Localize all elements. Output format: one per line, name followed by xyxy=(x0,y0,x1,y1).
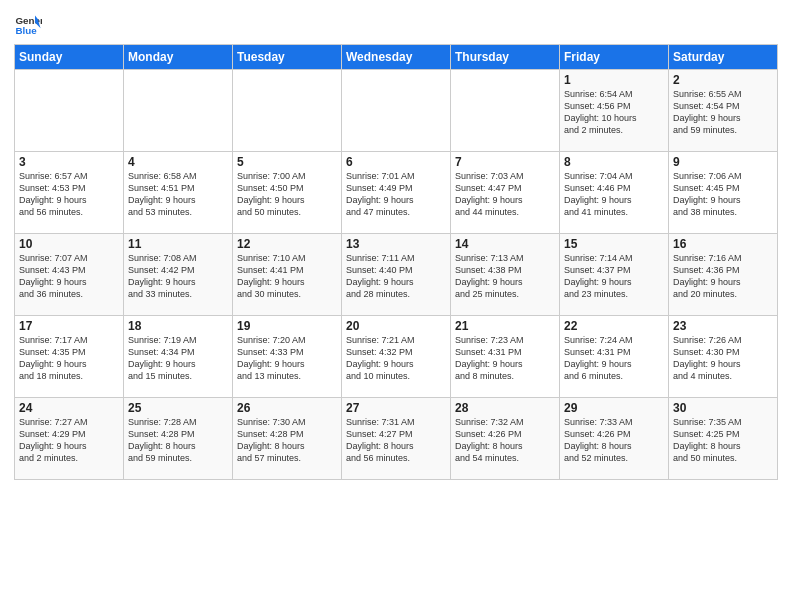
day-cell: 12Sunrise: 7:10 AM Sunset: 4:41 PM Dayli… xyxy=(233,234,342,316)
day-cell xyxy=(15,70,124,152)
day-header-sunday: Sunday xyxy=(15,45,124,70)
day-header-saturday: Saturday xyxy=(669,45,778,70)
calendar-body: 1Sunrise: 6:54 AM Sunset: 4:56 PM Daylig… xyxy=(15,70,778,480)
day-info: Sunrise: 7:33 AM Sunset: 4:26 PM Dayligh… xyxy=(564,416,664,465)
week-row-3: 10Sunrise: 7:07 AM Sunset: 4:43 PM Dayli… xyxy=(15,234,778,316)
day-cell: 28Sunrise: 7:32 AM Sunset: 4:26 PM Dayli… xyxy=(451,398,560,480)
day-cell: 17Sunrise: 7:17 AM Sunset: 4:35 PM Dayli… xyxy=(15,316,124,398)
day-info: Sunrise: 7:08 AM Sunset: 4:42 PM Dayligh… xyxy=(128,252,228,301)
day-info: Sunrise: 7:17 AM Sunset: 4:35 PM Dayligh… xyxy=(19,334,119,383)
day-cell: 21Sunrise: 7:23 AM Sunset: 4:31 PM Dayli… xyxy=(451,316,560,398)
day-cell: 15Sunrise: 7:14 AM Sunset: 4:37 PM Dayli… xyxy=(560,234,669,316)
day-cell xyxy=(124,70,233,152)
day-number: 29 xyxy=(564,401,664,415)
day-info: Sunrise: 7:01 AM Sunset: 4:49 PM Dayligh… xyxy=(346,170,446,219)
day-cell xyxy=(233,70,342,152)
day-info: Sunrise: 6:57 AM Sunset: 4:53 PM Dayligh… xyxy=(19,170,119,219)
day-info: Sunrise: 7:19 AM Sunset: 4:34 PM Dayligh… xyxy=(128,334,228,383)
day-number: 12 xyxy=(237,237,337,251)
day-cell: 19Sunrise: 7:20 AM Sunset: 4:33 PM Dayli… xyxy=(233,316,342,398)
day-info: Sunrise: 7:13 AM Sunset: 4:38 PM Dayligh… xyxy=(455,252,555,301)
day-cell: 10Sunrise: 7:07 AM Sunset: 4:43 PM Dayli… xyxy=(15,234,124,316)
day-number: 20 xyxy=(346,319,446,333)
day-cell: 8Sunrise: 7:04 AM Sunset: 4:46 PM Daylig… xyxy=(560,152,669,234)
header: General Blue xyxy=(14,10,778,38)
day-info: Sunrise: 6:54 AM Sunset: 4:56 PM Dayligh… xyxy=(564,88,664,137)
day-number: 18 xyxy=(128,319,228,333)
day-number: 9 xyxy=(673,155,773,169)
page-container: General Blue SundayMondayTuesdayWednesda… xyxy=(0,0,792,486)
day-info: Sunrise: 7:03 AM Sunset: 4:47 PM Dayligh… xyxy=(455,170,555,219)
day-cell: 14Sunrise: 7:13 AM Sunset: 4:38 PM Dayli… xyxy=(451,234,560,316)
day-number: 7 xyxy=(455,155,555,169)
day-header-monday: Monday xyxy=(124,45,233,70)
day-cell: 3Sunrise: 6:57 AM Sunset: 4:53 PM Daylig… xyxy=(15,152,124,234)
day-cell: 11Sunrise: 7:08 AM Sunset: 4:42 PM Dayli… xyxy=(124,234,233,316)
day-number: 15 xyxy=(564,237,664,251)
day-number: 26 xyxy=(237,401,337,415)
day-info: Sunrise: 7:26 AM Sunset: 4:30 PM Dayligh… xyxy=(673,334,773,383)
day-number: 14 xyxy=(455,237,555,251)
day-info: Sunrise: 7:00 AM Sunset: 4:50 PM Dayligh… xyxy=(237,170,337,219)
day-cell xyxy=(342,70,451,152)
day-header-tuesday: Tuesday xyxy=(233,45,342,70)
day-cell: 18Sunrise: 7:19 AM Sunset: 4:34 PM Dayli… xyxy=(124,316,233,398)
week-row-4: 17Sunrise: 7:17 AM Sunset: 4:35 PM Dayli… xyxy=(15,316,778,398)
day-number: 4 xyxy=(128,155,228,169)
day-info: Sunrise: 7:04 AM Sunset: 4:46 PM Dayligh… xyxy=(564,170,664,219)
day-cell: 24Sunrise: 7:27 AM Sunset: 4:29 PM Dayli… xyxy=(15,398,124,480)
calendar-header: SundayMondayTuesdayWednesdayThursdayFrid… xyxy=(15,45,778,70)
day-info: Sunrise: 6:58 AM Sunset: 4:51 PM Dayligh… xyxy=(128,170,228,219)
calendar: SundayMondayTuesdayWednesdayThursdayFrid… xyxy=(14,44,778,480)
day-cell: 2Sunrise: 6:55 AM Sunset: 4:54 PM Daylig… xyxy=(669,70,778,152)
day-cell: 26Sunrise: 7:30 AM Sunset: 4:28 PM Dayli… xyxy=(233,398,342,480)
day-header-friday: Friday xyxy=(560,45,669,70)
day-cell: 1Sunrise: 6:54 AM Sunset: 4:56 PM Daylig… xyxy=(560,70,669,152)
day-info: Sunrise: 7:14 AM Sunset: 4:37 PM Dayligh… xyxy=(564,252,664,301)
day-number: 23 xyxy=(673,319,773,333)
day-cell: 4Sunrise: 6:58 AM Sunset: 4:51 PM Daylig… xyxy=(124,152,233,234)
day-number: 8 xyxy=(564,155,664,169)
day-cell: 30Sunrise: 7:35 AM Sunset: 4:25 PM Dayli… xyxy=(669,398,778,480)
day-number: 1 xyxy=(564,73,664,87)
day-info: Sunrise: 7:10 AM Sunset: 4:41 PM Dayligh… xyxy=(237,252,337,301)
day-number: 17 xyxy=(19,319,119,333)
day-cell: 7Sunrise: 7:03 AM Sunset: 4:47 PM Daylig… xyxy=(451,152,560,234)
day-info: Sunrise: 7:31 AM Sunset: 4:27 PM Dayligh… xyxy=(346,416,446,465)
day-number: 25 xyxy=(128,401,228,415)
week-row-5: 24Sunrise: 7:27 AM Sunset: 4:29 PM Dayli… xyxy=(15,398,778,480)
day-cell: 25Sunrise: 7:28 AM Sunset: 4:28 PM Dayli… xyxy=(124,398,233,480)
logo: General Blue xyxy=(14,10,46,38)
day-number: 24 xyxy=(19,401,119,415)
day-number: 3 xyxy=(19,155,119,169)
day-number: 6 xyxy=(346,155,446,169)
week-row-2: 3Sunrise: 6:57 AM Sunset: 4:53 PM Daylig… xyxy=(15,152,778,234)
day-number: 10 xyxy=(19,237,119,251)
day-cell: 16Sunrise: 7:16 AM Sunset: 4:36 PM Dayli… xyxy=(669,234,778,316)
day-info: Sunrise: 7:27 AM Sunset: 4:29 PM Dayligh… xyxy=(19,416,119,465)
svg-text:Blue: Blue xyxy=(15,25,37,36)
day-cell: 5Sunrise: 7:00 AM Sunset: 4:50 PM Daylig… xyxy=(233,152,342,234)
day-number: 28 xyxy=(455,401,555,415)
day-info: Sunrise: 7:30 AM Sunset: 4:28 PM Dayligh… xyxy=(237,416,337,465)
day-cell: 9Sunrise: 7:06 AM Sunset: 4:45 PM Daylig… xyxy=(669,152,778,234)
day-cell: 22Sunrise: 7:24 AM Sunset: 4:31 PM Dayli… xyxy=(560,316,669,398)
day-number: 30 xyxy=(673,401,773,415)
day-info: Sunrise: 7:23 AM Sunset: 4:31 PM Dayligh… xyxy=(455,334,555,383)
day-cell xyxy=(451,70,560,152)
week-row-1: 1Sunrise: 6:54 AM Sunset: 4:56 PM Daylig… xyxy=(15,70,778,152)
day-number: 16 xyxy=(673,237,773,251)
day-number: 19 xyxy=(237,319,337,333)
day-info: Sunrise: 7:20 AM Sunset: 4:33 PM Dayligh… xyxy=(237,334,337,383)
day-info: Sunrise: 7:21 AM Sunset: 4:32 PM Dayligh… xyxy=(346,334,446,383)
day-number: 27 xyxy=(346,401,446,415)
day-info: Sunrise: 7:28 AM Sunset: 4:28 PM Dayligh… xyxy=(128,416,228,465)
day-number: 2 xyxy=(673,73,773,87)
day-info: Sunrise: 7:07 AM Sunset: 4:43 PM Dayligh… xyxy=(19,252,119,301)
day-cell: 20Sunrise: 7:21 AM Sunset: 4:32 PM Dayli… xyxy=(342,316,451,398)
day-number: 21 xyxy=(455,319,555,333)
day-info: Sunrise: 7:11 AM Sunset: 4:40 PM Dayligh… xyxy=(346,252,446,301)
day-info: Sunrise: 7:35 AM Sunset: 4:25 PM Dayligh… xyxy=(673,416,773,465)
header-row: SundayMondayTuesdayWednesdayThursdayFrid… xyxy=(15,45,778,70)
day-header-wednesday: Wednesday xyxy=(342,45,451,70)
